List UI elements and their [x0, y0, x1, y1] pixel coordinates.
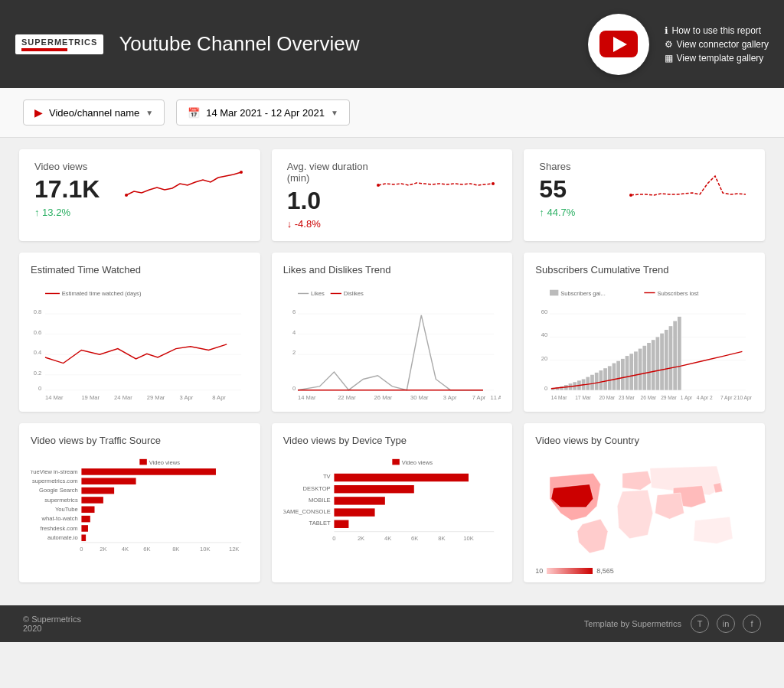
channel-filter[interactable]: ▶ Video/channel name ▼: [23, 99, 165, 126]
logo-text: SUPERMETRICS: [21, 37, 97, 47]
main-content: Video views 17.1K ↑ 13.2% Avg. view dura…: [0, 138, 784, 605]
shares-sparkline: [627, 161, 750, 207]
footer-right: Template by Supermetrics T in f: [584, 615, 761, 633]
kpi-avg-duration: Avg. view duration (min) 1.0 ↓ -4.8%: [272, 149, 513, 241]
svg-point-1: [240, 171, 243, 174]
youtube-filter-icon: ▶: [34, 106, 43, 119]
template-gallery-label: View template gallery: [676, 53, 763, 64]
svg-point-2: [377, 184, 380, 187]
svg-text:2: 2: [292, 349, 296, 356]
legend-gradient: [547, 568, 593, 574]
svg-text:22 Mar: 22 Mar: [338, 394, 356, 401]
map-legend-min: 10: [535, 567, 543, 575]
avg-duration-label: Avg. view duration (min): [287, 161, 375, 184]
svg-text:0.8: 0.8: [34, 308, 42, 315]
svg-rect-103: [81, 497, 103, 504]
date-label: 14 Mar 2021 - 12 Apr 2021: [206, 107, 325, 119]
country-map: 10 8,565: [535, 452, 753, 575]
svg-rect-69: [617, 361, 621, 390]
svg-text:0.4: 0.4: [34, 349, 42, 356]
svg-text:14 Mar: 14 Mar: [551, 395, 567, 400]
likes-dislikes-card: Likes and Dislikes Trend Likes Dislikes …: [272, 253, 513, 412]
template-gallery-link[interactable]: ▦ View template gallery: [665, 53, 769, 64]
svg-point-0: [125, 194, 128, 197]
date-filter[interactable]: 📅 14 Mar 2021 - 12 Apr 2021 ▼: [176, 99, 350, 126]
svg-text:4: 4: [292, 329, 296, 336]
svg-text:0: 0: [544, 385, 547, 392]
calendar-icon: 📅: [188, 107, 200, 119]
svg-text:12K: 12K: [229, 546, 239, 553]
svg-text:6K: 6K: [411, 535, 418, 542]
how-to-use-link[interactable]: ℹ How to use this report: [665, 25, 769, 36]
svg-rect-74: [639, 349, 642, 390]
svg-text:automate.io: automate.io: [47, 534, 78, 541]
youtube-logo: [588, 14, 649, 75]
date-dropdown-arrow: ▼: [331, 109, 338, 117]
svg-rect-73: [634, 351, 638, 390]
svg-text:Subscribers gai...: Subscribers gai...: [561, 290, 606, 297]
svg-text:4K: 4K: [122, 546, 129, 553]
traffic-source-card: Video views by Traffic Source Video view…: [19, 423, 260, 582]
kpi-left-video-views: Video views 17.1K ↑ 13.2%: [34, 161, 100, 218]
svg-text:29 Mar: 29 Mar: [661, 395, 677, 400]
svg-text:DESKTOP: DESKTOP: [302, 485, 330, 492]
svg-text:Subscribers lost: Subscribers lost: [658, 290, 700, 297]
svg-text:TABLET: TABLET: [309, 520, 330, 527]
map-legend-max: 8,565: [596, 567, 614, 575]
svg-text:Estimated time watched (days): Estimated time watched (days): [62, 290, 142, 297]
kpi-video-views: Video views 17.1K ↑ 13.2%: [19, 149, 260, 241]
svg-text:14 Mar: 14 Mar: [45, 394, 64, 401]
svg-rect-81: [669, 326, 673, 390]
avg-duration-change: ↓ -4.8%: [287, 218, 375, 230]
svg-text:14 Mar: 14 Mar: [298, 394, 316, 401]
linkedin-icon[interactable]: in: [717, 615, 735, 633]
svg-rect-71: [626, 356, 629, 390]
template-label: Template by Supermetrics: [584, 619, 681, 628]
svg-rect-105: [81, 507, 94, 514]
svg-rect-75: [643, 346, 647, 390]
logo-area: SUPERMETRICS: [15, 34, 103, 54]
header: SUPERMETRICS Youtube Channel Overview ℹ …: [0, 0, 784, 88]
svg-rect-99: [81, 478, 136, 485]
svg-rect-125: [334, 485, 413, 493]
play-triangle: [613, 37, 627, 52]
svg-text:20: 20: [541, 355, 547, 362]
svg-text:10K: 10K: [200, 546, 210, 553]
svg-text:29 Mar: 29 Mar: [147, 394, 165, 401]
subscribers-trend-title: Subscribers Cumulative Trend: [535, 264, 753, 276]
svg-rect-66: [604, 368, 608, 390]
footer-social-icons: T in f: [691, 615, 761, 633]
svg-text:40: 40: [541, 331, 547, 338]
estimated-time-chart: Estimated time watched (days) 0.8 0.6 0.…: [31, 282, 249, 404]
device-type-card: Video views by Device Type Video views T…: [272, 423, 513, 582]
svg-rect-129: [334, 508, 374, 516]
svg-text:3 Apr: 3 Apr: [180, 394, 194, 401]
svg-rect-76: [647, 343, 651, 390]
svg-rect-109: [81, 525, 88, 532]
bottom-row: Video views by Traffic Source Video view…: [19, 423, 765, 582]
svg-point-4: [629, 194, 632, 197]
svg-text:0: 0: [80, 546, 83, 553]
facebook-icon[interactable]: f: [743, 615, 761, 633]
template-icon: ▦: [665, 53, 673, 64]
info-icon: ℹ: [665, 25, 668, 36]
kpi-shares: Shares 55 ↑ 44.7%: [524, 149, 765, 241]
svg-text:7 Apr: 7 Apr: [472, 394, 485, 401]
header-links: ℹ How to use this report ⚙ View connecto…: [665, 25, 769, 64]
svg-rect-68: [612, 364, 616, 390]
svg-text:4 Apr 2: 4 Apr 2: [697, 395, 713, 401]
svg-rect-120: [392, 459, 399, 465]
svg-rect-127: [334, 497, 384, 504]
svg-text:TV: TV: [323, 473, 332, 480]
subscribers-trend-chart: Subscribers gai... Subscribers lost 60 4…: [535, 282, 753, 404]
svg-text:1 Apr: 1 Apr: [681, 395, 693, 401]
twitter-icon[interactable]: T: [691, 615, 709, 633]
logo-bar: [21, 48, 67, 51]
connector-gallery-link[interactable]: ⚙ View connector gallery: [665, 39, 769, 50]
svg-rect-65: [599, 370, 603, 390]
svg-text:6K: 6K: [143, 546, 150, 553]
svg-text:supermetrics.com: supermetrics.com: [32, 478, 78, 484]
svg-rect-63: [590, 375, 594, 390]
svg-rect-70: [621, 359, 625, 390]
svg-text:Video views: Video views: [401, 459, 433, 466]
